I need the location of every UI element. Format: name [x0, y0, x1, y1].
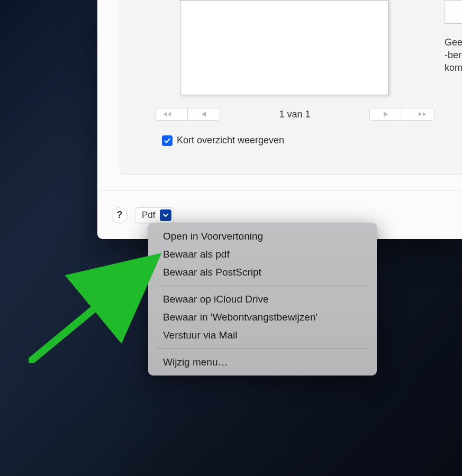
page-preview — [180, 0, 389, 95]
page-range-helptext: Geef pa -bereik komma — [445, 36, 462, 74]
help-icon: ? — [117, 209, 123, 221]
menu-save-icloud[interactable]: Bewaar op iCloud Drive — [148, 290, 377, 308]
pager: 1 van 1 — [155, 108, 435, 121]
menu-separator — [157, 286, 368, 286]
menu-separator — [157, 349, 368, 349]
menu-open-preview[interactable]: Open in Voorvertoning — [148, 227, 377, 245]
short-summary-row: Kort overzicht weergeven — [162, 135, 284, 146]
pager-first-button[interactable] — [155, 108, 188, 121]
pager-last-button[interactable] — [402, 108, 434, 121]
pdf-dropdown-menu: Open in Voorvertoning Bewaar als pdf Bew… — [148, 223, 377, 376]
short-summary-label: Kort overzicht weergeven — [177, 135, 284, 146]
pager-prev-button[interactable] — [187, 108, 220, 121]
side-field — [445, 0, 462, 24]
chevron-down-icon — [160, 209, 171, 221]
short-summary-checkbox[interactable] — [162, 135, 173, 146]
preview-section: Geef pa -bereik komma 1 van 1 — [120, 0, 462, 175]
pdf-dropdown-button[interactable]: Pdf — [135, 207, 174, 223]
menu-save-as-postscript[interactable]: Bewaar als PostScript — [148, 263, 377, 281]
help-button[interactable]: ? — [112, 207, 128, 223]
pdf-button-label: Pdf — [142, 210, 156, 221]
pager-next-button[interactable] — [369, 108, 402, 121]
print-dialog-panel: Geef pa -bereik komma 1 van 1 — [97, 0, 462, 239]
pager-label: 1 van 1 — [221, 109, 369, 120]
menu-save-as-pdf[interactable]: Bewaar als pdf — [148, 245, 377, 263]
menu-save-webreceipts[interactable]: Bewaar in 'Webontvangstbewijzen' — [148, 308, 377, 326]
menu-edit-menu[interactable]: Wijzig menu… — [148, 353, 377, 371]
menu-send-mail[interactable]: Verstuur via Mail — [148, 326, 377, 344]
